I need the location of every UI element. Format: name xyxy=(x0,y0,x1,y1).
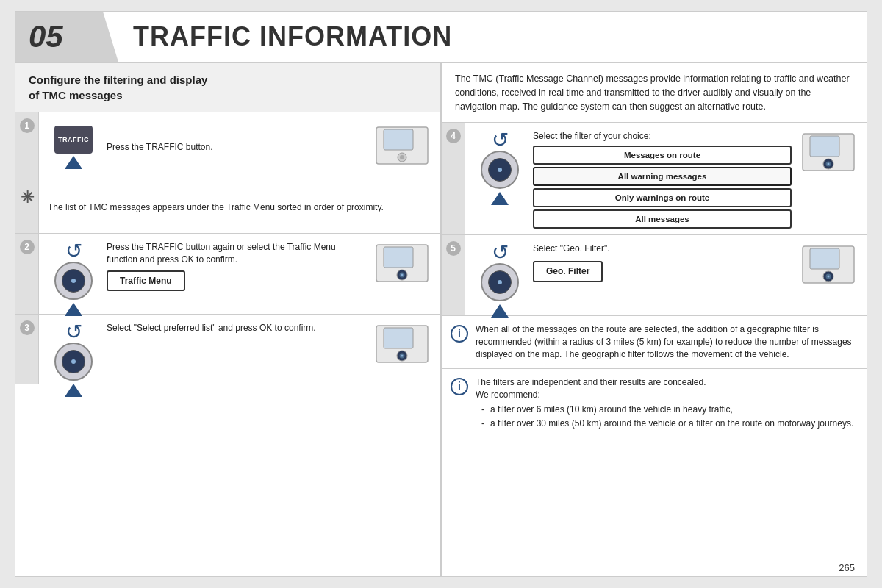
curved-arrow-2: ↺ xyxy=(65,241,82,262)
page-header: 05 TRAFFIC INFORMATION xyxy=(15,12,867,63)
step-1-number-col: 1 xyxy=(15,112,39,182)
step-4-number-col: 4 xyxy=(442,123,465,234)
step-5-content: ↺ Select "Geo. Filter". Geo xyxy=(465,235,867,315)
step-3-content: ↺ Select "Select preferred list" and pre… xyxy=(39,315,440,384)
info-icon-1: i xyxy=(451,325,468,343)
right-column: The TMC (Traffic Message Channel) messag… xyxy=(442,63,867,576)
info-2-bullets: a filter over 6 miles (10 km) around the… xyxy=(476,404,858,430)
info-2-bullet-1: a filter over 6 miles (10 km) around the… xyxy=(481,404,858,416)
section-header: Configure the filtering and display of T… xyxy=(15,63,440,112)
device-svg-5 xyxy=(799,243,858,287)
step-4-device xyxy=(799,130,858,177)
step-4-content: ↺ Select the filter of your choice: xyxy=(465,123,867,234)
step-4-text: Select the filter of your choice: Messag… xyxy=(533,130,792,229)
knob-inner-2 xyxy=(62,269,85,293)
step-4-row: 4 ↺ xyxy=(442,123,867,235)
chapter-number-bg: 05 xyxy=(15,12,118,62)
info-1-text: When all of the messages on the route ar… xyxy=(476,323,858,360)
knob-icon-3 xyxy=(54,343,93,381)
svg-rect-15 xyxy=(810,136,839,157)
svg-point-23 xyxy=(828,276,830,278)
step-2-number-col: 2 xyxy=(15,234,39,314)
step-2-circle: 2 xyxy=(20,240,35,254)
arrow-up-3 xyxy=(65,384,82,397)
step-sun-text: The list of TMC messages appears under t… xyxy=(48,201,431,214)
step-2-content: ↺ Press the TRAFFIC button again or sele… xyxy=(39,234,440,314)
knob-inner-5 xyxy=(488,270,512,294)
left-column: Configure the filtering and display of T… xyxy=(15,63,442,576)
device-svg-1 xyxy=(373,123,431,168)
filter-only-warnings-on-route: Only warnings on route xyxy=(533,188,792,207)
filter-all-warning-messages: All warning messages xyxy=(533,167,792,186)
knob-icon-2 xyxy=(54,262,93,300)
knob-dot-3 xyxy=(71,359,76,364)
step-sun-content: The list of TMC messages appears under t… xyxy=(39,182,440,233)
knob-arrow-wrap-3: ↺ xyxy=(65,322,82,343)
arrow-up-4 xyxy=(491,192,509,205)
knob-inner-3 xyxy=(62,350,85,373)
filter-messages-on-route: Messages on route xyxy=(533,146,792,165)
svg-point-18 xyxy=(828,163,830,165)
step-5-number-col: 5 xyxy=(442,235,465,315)
knob-arrow-wrap-5: ↺ xyxy=(492,243,509,263)
knob-icon-5 xyxy=(481,263,519,301)
curved-arrow-5: ↺ xyxy=(492,243,509,263)
section-heading: Configure the filtering and display of T… xyxy=(29,72,427,103)
device-svg-4 xyxy=(799,130,858,174)
step-1-icon-area: TRAFFIC xyxy=(48,126,99,169)
step-4-circle: 4 xyxy=(446,129,461,143)
step-1-device xyxy=(373,123,431,171)
intro-text-block: The TMC (Traffic Message Channel) messag… xyxy=(442,63,867,123)
traffic-menu-button: Traffic Menu xyxy=(107,270,185,292)
knob-arrow-wrap-4: ↺ xyxy=(492,130,509,151)
traffic-button-icon: TRAFFIC xyxy=(54,126,93,154)
arrow-up-icon xyxy=(65,156,82,169)
step-3-text: Select "Select preferred list" and press… xyxy=(107,322,365,334)
knob-dot-4 xyxy=(498,168,502,172)
svg-point-3 xyxy=(400,155,404,159)
svg-point-8 xyxy=(401,274,404,276)
info-row-1: i When all of the messages on the route … xyxy=(442,316,867,368)
step-3-number-col: 3 xyxy=(15,315,39,384)
step-3-row: 3 ↺ xyxy=(15,315,440,384)
svg-rect-10 xyxy=(384,328,413,348)
step-5-row: 5 ↺ xyxy=(442,235,867,316)
svg-rect-1 xyxy=(384,129,413,150)
step-3-device xyxy=(373,322,431,369)
step-5-text: Select "Geo. Filter". Geo. Filter xyxy=(533,243,792,282)
knob-dot-2 xyxy=(71,279,76,283)
knob-icon-4 xyxy=(481,151,519,189)
svg-point-13 xyxy=(401,355,404,357)
step-1-content: TRAFFIC Press the TRAFFIC button. xyxy=(39,112,440,182)
knob-inner-4 xyxy=(488,158,512,182)
curved-arrow-3: ↺ xyxy=(65,322,82,343)
step-5-device xyxy=(799,243,858,290)
device-svg-2 xyxy=(373,241,431,285)
step-5-icon-area: ↺ xyxy=(474,243,526,318)
knob-arrow-wrap-2: ↺ xyxy=(65,241,82,262)
info-2-text: The filters are independent and their re… xyxy=(476,376,858,431)
svg-rect-5 xyxy=(384,247,413,268)
step-2-device xyxy=(373,241,431,288)
main-content: Configure the filtering and display of T… xyxy=(15,63,867,576)
step-1-text: Press the TRAFFIC button. xyxy=(107,141,365,154)
step-2-text: Press the TRAFFIC button again or select… xyxy=(107,241,365,291)
info-row-2: i The filters are independent and their … xyxy=(442,369,867,576)
geo-filter-button: Geo. Filter xyxy=(533,261,603,282)
step-4-icon-area: ↺ xyxy=(474,130,526,205)
filter-options: Messages on route All warning messages O… xyxy=(533,146,792,229)
chapter-title: TRAFFIC INFORMATION xyxy=(118,12,452,62)
filter-all-messages: All messages xyxy=(533,209,792,229)
step-sun-row: ✳ The list of TMC messages appears under… xyxy=(15,182,440,234)
step-2-icon-area: ↺ xyxy=(48,241,99,316)
step-3-icon-area: ↺ xyxy=(48,322,99,397)
sun-icon: ✳ xyxy=(21,188,34,207)
curved-arrow-4: ↺ xyxy=(492,130,509,151)
knob-dot-5 xyxy=(498,280,502,284)
chapter-number: 05 xyxy=(29,19,63,54)
info-icon-2: i xyxy=(451,378,468,395)
step-sun-number-col: ✳ xyxy=(15,182,39,233)
step-3-circle: 3 xyxy=(20,320,35,335)
page: 05 TRAFFIC INFORMATION Configure the fil… xyxy=(15,11,867,577)
step-2-row: 2 ↺ xyxy=(15,234,440,315)
